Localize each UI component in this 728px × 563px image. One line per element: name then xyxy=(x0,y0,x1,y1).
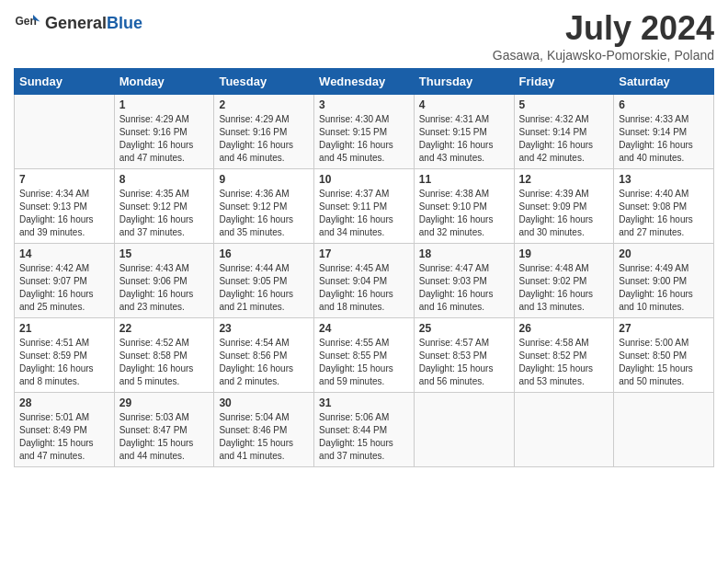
calendar-cell: 12Sunrise: 4:39 AM Sunset: 9:09 PM Dayli… xyxy=(514,169,614,244)
logo-general-text: General xyxy=(45,14,107,32)
calendar-cell: 16Sunrise: 4:44 AM Sunset: 9:05 PM Dayli… xyxy=(214,244,314,318)
calendar-cell: 10Sunrise: 4:37 AM Sunset: 9:11 PM Dayli… xyxy=(314,169,415,244)
header-wednesday: Wednesday xyxy=(314,69,415,95)
day-info: Sunrise: 4:47 AM Sunset: 9:03 PM Dayligh… xyxy=(419,262,509,314)
calendar-cell: 19Sunrise: 4:48 AM Sunset: 9:02 PM Dayli… xyxy=(514,244,614,318)
week-row-2: 7Sunrise: 4:34 AM Sunset: 9:13 PM Daylig… xyxy=(15,169,714,244)
calendar-cell: 30Sunrise: 5:04 AM Sunset: 8:46 PM Dayli… xyxy=(214,393,314,467)
header-saturday: Saturday xyxy=(614,69,714,95)
day-info: Sunrise: 5:04 AM Sunset: 8:46 PM Dayligh… xyxy=(219,411,309,463)
day-info: Sunrise: 4:29 AM Sunset: 9:16 PM Dayligh… xyxy=(219,113,309,165)
day-info: Sunrise: 5:06 AM Sunset: 8:44 PM Dayligh… xyxy=(319,411,409,463)
calendar-cell: 8Sunrise: 4:35 AM Sunset: 9:12 PM Daylig… xyxy=(114,169,214,244)
day-info: Sunrise: 4:37 AM Sunset: 9:11 PM Dayligh… xyxy=(319,188,409,239)
day-number: 22 xyxy=(119,322,210,335)
day-info: Sunrise: 4:45 AM Sunset: 9:04 PM Dayligh… xyxy=(319,262,409,314)
page-header: Gen GeneralBlue July 2024 Gasawa, Kujaws… xyxy=(14,9,714,63)
day-info: Sunrise: 4:38 AM Sunset: 9:10 PM Dayligh… xyxy=(419,188,509,239)
calendar-cell: 24Sunrise: 4:55 AM Sunset: 8:55 PM Dayli… xyxy=(314,318,415,393)
week-row-1: 1Sunrise: 4:29 AM Sunset: 9:16 PM Daylig… xyxy=(15,95,714,169)
day-number: 17 xyxy=(319,247,409,260)
day-info: Sunrise: 5:00 AM Sunset: 8:50 PM Dayligh… xyxy=(619,337,709,388)
day-number: 23 xyxy=(219,322,309,335)
header-tuesday: Tuesday xyxy=(214,69,314,95)
day-number: 21 xyxy=(19,322,109,335)
calendar-cell: 3Sunrise: 4:30 AM Sunset: 9:15 PM Daylig… xyxy=(314,95,415,169)
calendar-cell: 4Sunrise: 4:31 AM Sunset: 9:15 PM Daylig… xyxy=(414,95,514,169)
calendar-cell: 27Sunrise: 5:00 AM Sunset: 8:50 PM Dayli… xyxy=(614,318,714,393)
calendar-cell: 21Sunrise: 4:51 AM Sunset: 8:59 PM Dayli… xyxy=(15,318,115,393)
calendar-cell: 9Sunrise: 4:36 AM Sunset: 9:12 PM Daylig… xyxy=(214,169,314,244)
day-number: 26 xyxy=(519,322,609,335)
day-number: 16 xyxy=(219,247,309,260)
calendar-cell: 11Sunrise: 4:38 AM Sunset: 9:10 PM Dayli… xyxy=(414,169,514,244)
calendar-cell: 26Sunrise: 4:58 AM Sunset: 8:52 PM Dayli… xyxy=(514,318,614,393)
day-number: 28 xyxy=(19,396,109,409)
header-sunday: Sunday xyxy=(15,69,115,95)
day-info: Sunrise: 4:34 AM Sunset: 9:13 PM Dayligh… xyxy=(19,188,109,239)
calendar-cell: 31Sunrise: 5:06 AM Sunset: 8:44 PM Dayli… xyxy=(314,393,415,467)
day-number: 14 xyxy=(19,247,109,260)
calendar-cell: 28Sunrise: 5:01 AM Sunset: 8:49 PM Dayli… xyxy=(15,393,115,467)
calendar-cell: 15Sunrise: 4:43 AM Sunset: 9:06 PM Dayli… xyxy=(114,244,214,318)
calendar-cell: 25Sunrise: 4:57 AM Sunset: 8:53 PM Dayli… xyxy=(414,318,514,393)
day-number: 24 xyxy=(319,322,409,335)
subtitle: Gasawa, Kujawsko-Pomorskie, Poland xyxy=(493,48,714,63)
week-row-4: 21Sunrise: 4:51 AM Sunset: 8:59 PM Dayli… xyxy=(15,318,714,393)
week-row-3: 14Sunrise: 4:42 AM Sunset: 9:07 PM Dayli… xyxy=(15,244,714,318)
day-number: 1 xyxy=(119,98,210,111)
day-info: Sunrise: 4:43 AM Sunset: 9:06 PM Dayligh… xyxy=(119,262,210,314)
day-number: 11 xyxy=(419,173,509,186)
calendar-cell: 22Sunrise: 4:52 AM Sunset: 8:58 PM Dayli… xyxy=(114,318,214,393)
calendar-cell: 13Sunrise: 4:40 AM Sunset: 9:08 PM Dayli… xyxy=(614,169,714,244)
day-info: Sunrise: 5:03 AM Sunset: 8:47 PM Dayligh… xyxy=(119,411,210,463)
logo: Gen GeneralBlue xyxy=(14,9,142,37)
day-number: 2 xyxy=(219,98,309,111)
day-info: Sunrise: 4:32 AM Sunset: 9:14 PM Dayligh… xyxy=(519,113,609,165)
day-info: Sunrise: 4:49 AM Sunset: 9:00 PM Dayligh… xyxy=(619,262,709,314)
day-info: Sunrise: 4:58 AM Sunset: 8:52 PM Dayligh… xyxy=(519,337,609,388)
day-number: 13 xyxy=(619,173,709,186)
day-number: 27 xyxy=(619,322,709,335)
calendar-header-row: SundayMondayTuesdayWednesdayThursdayFrid… xyxy=(15,69,714,95)
title-section: July 2024 Gasawa, Kujawsko-Pomorskie, Po… xyxy=(493,9,714,63)
calendar-table: SundayMondayTuesdayWednesdayThursdayFrid… xyxy=(14,68,714,467)
day-info: Sunrise: 5:01 AM Sunset: 8:49 PM Dayligh… xyxy=(19,411,109,463)
calendar-cell: 23Sunrise: 4:54 AM Sunset: 8:56 PM Dayli… xyxy=(214,318,314,393)
day-number: 15 xyxy=(119,247,210,260)
logo-blue-text: Blue xyxy=(107,14,142,32)
day-number: 6 xyxy=(619,98,709,111)
header-monday: Monday xyxy=(114,69,214,95)
calendar-cell: 7Sunrise: 4:34 AM Sunset: 9:13 PM Daylig… xyxy=(15,169,115,244)
main-title: July 2024 xyxy=(493,9,714,48)
calendar-cell xyxy=(414,393,514,467)
day-number: 10 xyxy=(319,173,409,186)
day-number: 19 xyxy=(519,247,609,260)
logo-icon: Gen xyxy=(14,9,41,37)
calendar-cell: 14Sunrise: 4:42 AM Sunset: 9:07 PM Dayli… xyxy=(15,244,115,318)
day-number: 8 xyxy=(119,173,210,186)
calendar-cell xyxy=(614,393,714,467)
day-number: 31 xyxy=(319,396,409,409)
day-info: Sunrise: 4:39 AM Sunset: 9:09 PM Dayligh… xyxy=(519,188,609,239)
day-info: Sunrise: 4:52 AM Sunset: 8:58 PM Dayligh… xyxy=(119,337,210,388)
calendar-cell: 17Sunrise: 4:45 AM Sunset: 9:04 PM Dayli… xyxy=(314,244,415,318)
calendar-cell: 2Sunrise: 4:29 AM Sunset: 9:16 PM Daylig… xyxy=(214,95,314,169)
day-info: Sunrise: 4:29 AM Sunset: 9:16 PM Dayligh… xyxy=(119,113,210,165)
day-number: 4 xyxy=(419,98,509,111)
day-info: Sunrise: 4:57 AM Sunset: 8:53 PM Dayligh… xyxy=(419,337,509,388)
header-friday: Friday xyxy=(514,69,614,95)
day-number: 20 xyxy=(619,247,709,260)
day-info: Sunrise: 4:36 AM Sunset: 9:12 PM Dayligh… xyxy=(219,188,309,239)
calendar-cell: 1Sunrise: 4:29 AM Sunset: 9:16 PM Daylig… xyxy=(114,95,214,169)
week-row-5: 28Sunrise: 5:01 AM Sunset: 8:49 PM Dayli… xyxy=(15,393,714,467)
day-info: Sunrise: 4:30 AM Sunset: 9:15 PM Dayligh… xyxy=(319,113,409,165)
calendar-cell xyxy=(15,95,115,169)
day-number: 5 xyxy=(519,98,609,111)
calendar-cell xyxy=(514,393,614,467)
day-number: 18 xyxy=(419,247,509,260)
calendar-cell: 20Sunrise: 4:49 AM Sunset: 9:00 PM Dayli… xyxy=(614,244,714,318)
calendar-cell: 6Sunrise: 4:33 AM Sunset: 9:14 PM Daylig… xyxy=(614,95,714,169)
day-number: 12 xyxy=(519,173,609,186)
day-number: 7 xyxy=(19,173,109,186)
